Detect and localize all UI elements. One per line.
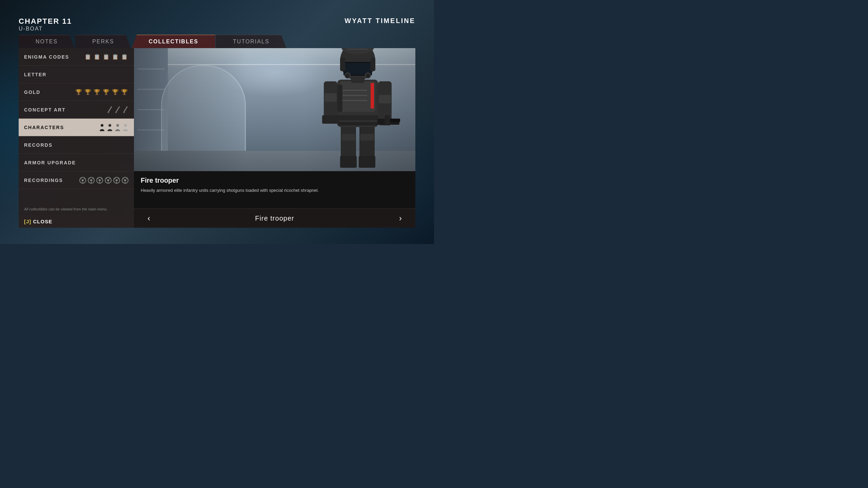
close-key: [J] (24, 219, 31, 224)
svg-point-11 (82, 179, 84, 181)
timeline-label: WYATT TIMELINE (344, 17, 415, 25)
svg-point-14 (82, 182, 83, 183)
category-letter[interactable]: LETTER (19, 66, 134, 83)
person-icon-light-2 (122, 124, 129, 131)
svg-point-3 (115, 112, 117, 113)
svg-rect-49 (340, 90, 367, 91)
char-info: Fire trooper Heavily armored elite infan… (134, 171, 415, 208)
svg-point-8 (116, 124, 119, 127)
reel-icon-4 (105, 177, 112, 184)
category-concept-art[interactable]: CONCEPT ART (19, 101, 134, 119)
svg-point-19 (91, 182, 92, 183)
reel-icon-5 (113, 177, 120, 184)
svg-point-31 (116, 179, 118, 181)
svg-point-34 (116, 182, 117, 183)
tab-notes[interactable]: NOTES (19, 35, 75, 48)
svg-line-2 (116, 107, 119, 112)
right-panel: Fire trooper Heavily armored elite infan… (134, 48, 415, 228)
svg-point-38 (126, 178, 127, 179)
chapter-info: CHAPTER 11 U-BOAT (19, 17, 72, 32)
reel-icon-6 (122, 177, 129, 184)
svg-point-22 (98, 178, 99, 179)
nav-title: Fire trooper (255, 215, 294, 222)
svg-rect-50 (340, 95, 367, 96)
category-gold[interactable]: GOLD 🏆 🏆 🏆 🏆 🏆 🏆 (19, 83, 134, 101)
svg-point-9 (124, 124, 127, 127)
svg-point-6 (101, 124, 103, 127)
svg-rect-69 (340, 58, 345, 71)
svg-line-4 (124, 107, 127, 112)
svg-rect-42 (341, 134, 355, 141)
tab-bar: NOTES PERKS COLLECTIBLES TUTORIALS (19, 35, 415, 48)
reel-icon-3 (96, 177, 103, 184)
next-button[interactable]: › (394, 214, 407, 223)
svg-rect-45 (359, 156, 375, 168)
recordings-icons (79, 177, 129, 184)
svg-rect-53 (337, 122, 378, 125)
svg-point-23 (101, 178, 102, 179)
svg-point-16 (90, 179, 92, 181)
category-records[interactable]: RECORDS (19, 136, 134, 154)
svg-point-26 (107, 179, 109, 181)
person-icon-dark-2 (107, 124, 113, 131)
svg-point-33 (118, 178, 119, 179)
svg-point-7 (108, 124, 111, 127)
footer-note: All collectibles can be viewed from the … (19, 203, 134, 215)
tab-perks[interactable]: PERKS (75, 35, 131, 48)
chapter-name: U-BOAT (19, 26, 72, 32)
tab-tutorials[interactable]: TUTORIALS (216, 35, 287, 48)
left-panel: ENIGMA CODES 📋 📋 📋 📋 📋 LETTER GOLD 🏆 (19, 48, 134, 228)
nav-bar: ‹ Fire trooper › (134, 208, 415, 228)
tab-collectibles[interactable]: COLLECTIBLES (132, 35, 215, 48)
svg-rect-55 (324, 93, 337, 102)
svg-line-0 (108, 107, 112, 112)
svg-rect-48 (371, 83, 374, 108)
svg-rect-51 (340, 100, 367, 101)
header-bar: CHAPTER 11 U-BOAT WYATT TIMELINE (19, 13, 415, 35)
main-container: CHAPTER 11 U-BOAT WYATT TIMELINE NOTES P… (19, 13, 415, 244)
svg-point-13 (84, 178, 85, 179)
svg-rect-47 (340, 81, 375, 112)
svg-point-21 (99, 179, 101, 181)
character-image (134, 48, 415, 171)
svg-point-39 (125, 182, 126, 183)
svg-rect-58 (379, 95, 391, 103)
svg-point-27 (106, 178, 107, 179)
category-enigma-codes[interactable]: ENIGMA CODES 📋 📋 📋 📋 📋 (19, 48, 134, 66)
svg-point-12 (81, 178, 82, 179)
enigma-codes-icons: 📋 📋 📋 📋 📋 (84, 54, 129, 60)
concept-art-icons (107, 106, 129, 114)
reel-icon-1 (79, 177, 86, 184)
svg-rect-44 (340, 156, 357, 168)
svg-rect-72 (337, 85, 342, 112)
svg-point-37 (123, 178, 124, 179)
svg-rect-43 (360, 134, 374, 141)
svg-point-67 (365, 73, 371, 78)
person-icon-dark-1 (99, 124, 105, 131)
prev-button[interactable]: ‹ (142, 214, 156, 223)
close-label: CLOSE (33, 219, 53, 224)
close-bar[interactable]: [J] CLOSE (19, 215, 134, 228)
category-recordings[interactable]: RECORDINGS (19, 171, 134, 189)
soldier-figure (303, 48, 412, 171)
svg-rect-61 (385, 115, 390, 125)
svg-rect-70 (370, 58, 375, 71)
char-description: Heavily armored elite infantry units car… (141, 187, 409, 194)
svg-rect-60 (390, 119, 400, 122)
soldier-svg (303, 48, 412, 171)
svg-point-5 (123, 112, 125, 113)
svg-rect-52 (337, 115, 378, 120)
svg-point-36 (124, 179, 126, 181)
category-characters[interactable]: CHARACTERS (19, 119, 134, 136)
char-name: Fire trooper (141, 177, 409, 184)
reel-icon-2 (88, 177, 95, 184)
characters-icons (99, 124, 129, 131)
content-area: ENIGMA CODES 📋 📋 📋 📋 📋 LETTER GOLD 🏆 (19, 48, 415, 228)
svg-point-18 (93, 178, 94, 179)
chapter-number: CHAPTER 11 (19, 17, 72, 26)
brush-icon-1 (107, 106, 113, 114)
gold-icons: 🏆 🏆 🏆 🏆 🏆 🏆 (75, 89, 129, 95)
svg-point-28 (110, 178, 111, 179)
svg-point-32 (115, 178, 116, 179)
category-armor-upgrade[interactable]: ARMOR UPGRADE (19, 154, 134, 171)
